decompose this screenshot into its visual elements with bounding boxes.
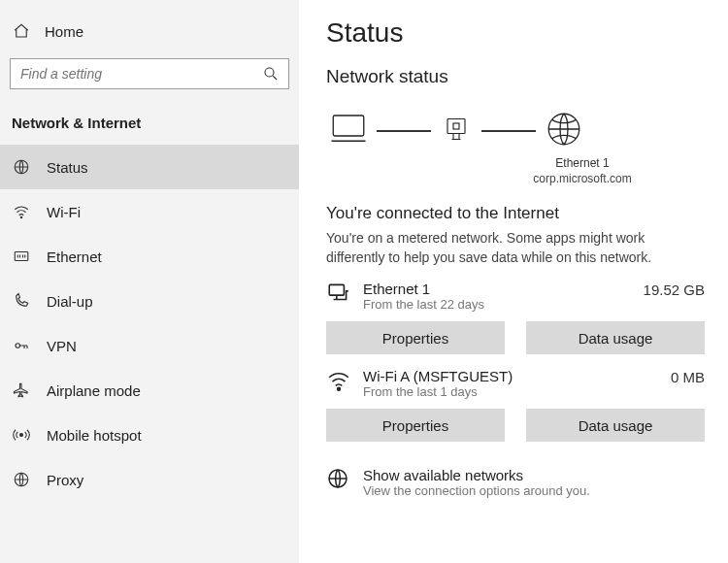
- section-heading: Network status: [326, 66, 705, 87]
- sidebar: Home Network & Internet Status: [0, 0, 299, 563]
- network-diagram: [326, 103, 705, 156]
- sidebar-item-label: Wi-Fi: [47, 204, 81, 220]
- computer-icon: [328, 109, 369, 152]
- properties-button[interactable]: Properties: [326, 321, 505, 354]
- home-label: Home: [45, 23, 83, 40]
- svg-rect-3: [15, 252, 28, 261]
- proxy-icon: [12, 470, 31, 489]
- svg-point-2: [20, 216, 22, 218]
- sidebar-item-label: Ethernet: [47, 248, 102, 265]
- dialup-icon: [12, 291, 31, 311]
- hotspot-icon: [12, 425, 31, 445]
- sidebar-section-title: Network & Internet: [0, 97, 299, 145]
- data-usage-button[interactable]: Data usage: [526, 409, 705, 442]
- connection-sub: From the last 1 days: [363, 384, 659, 399]
- sidebar-item-status[interactable]: Status: [0, 145, 299, 189]
- sidebar-nav: Status Wi-Fi Ethernet Dial-up: [0, 145, 299, 502]
- diagram-line: [481, 130, 536, 132]
- sidebar-item-label: VPN: [47, 338, 77, 354]
- sidebar-item-wifi[interactable]: Wi-Fi: [0, 189, 299, 234]
- show-available-networks[interactable]: Show available networks View the connect…: [326, 467, 705, 498]
- ethernet-icon: [12, 247, 31, 266]
- sidebar-item-dialup[interactable]: Dial-up: [0, 279, 299, 323]
- connection-usage: 0 MB: [671, 368, 705, 385]
- globe-icon: [326, 467, 349, 493]
- svg-point-4: [16, 344, 20, 348]
- globe-icon: [544, 109, 584, 152]
- connection-sub: From the last 22 days: [363, 297, 632, 312]
- svg-rect-9: [453, 123, 459, 129]
- connection-name: Ethernet 1: [363, 281, 632, 297]
- ethernet-icon: [326, 281, 351, 309]
- available-title: Show available networks: [363, 467, 590, 483]
- svg-point-0: [265, 68, 274, 77]
- properties-button[interactable]: Properties: [326, 409, 505, 442]
- connection-name: Wi-Fi A (MSFTGUEST): [363, 368, 659, 384]
- airplane-icon: [12, 381, 31, 400]
- home-link[interactable]: Home: [0, 17, 299, 52]
- main-content: Status Network status Ethernet 1 corp.mi…: [299, 0, 728, 563]
- svg-point-12: [338, 388, 341, 391]
- router-icon: [439, 112, 474, 149]
- svg-point-5: [20, 434, 23, 437]
- sidebar-item-label: Dial-up: [47, 293, 93, 310]
- sidebar-item-vpn[interactable]: VPN: [0, 323, 299, 368]
- sidebar-item-proxy[interactable]: Proxy: [0, 457, 299, 502]
- search-field[interactable]: [18, 65, 261, 83]
- diagram-line: [377, 130, 431, 132]
- available-sub: View the connection options around you.: [363, 483, 590, 498]
- svg-rect-8: [447, 119, 465, 134]
- connection-card: Ethernet 1 From the last 22 days 19.52 G…: [326, 281, 705, 354]
- diagram-connection-domain: corp.microsoft.com: [460, 172, 705, 187]
- sidebar-item-label: Status: [47, 159, 88, 176]
- connection-card: Wi-Fi A (MSFTGUEST) From the last 1 days…: [326, 368, 705, 442]
- vpn-icon: [12, 336, 31, 355]
- svg-rect-7: [333, 116, 364, 136]
- status-headline: You're connected to the Internet: [326, 204, 705, 223]
- diagram-labels: Ethernet 1 corp.microsoft.com: [460, 156, 705, 186]
- sidebar-item-airplane[interactable]: Airplane mode: [0, 368, 299, 413]
- sidebar-item-ethernet[interactable]: Ethernet: [0, 234, 299, 279]
- wifi-icon: [326, 368, 351, 396]
- sidebar-item-label: Airplane mode: [47, 382, 141, 399]
- status-description: You're on a metered network. Some apps m…: [326, 229, 685, 267]
- search-icon: [261, 64, 281, 83]
- sidebar-item-hotspot[interactable]: Mobile hotspot: [0, 413, 299, 457]
- wifi-icon: [12, 202, 31, 221]
- search-input[interactable]: [10, 58, 289, 89]
- data-usage-button[interactable]: Data usage: [526, 321, 705, 354]
- status-icon: [12, 157, 31, 177]
- page-title: Status: [326, 17, 705, 49]
- diagram-connection-name: Ethernet 1: [460, 156, 705, 172]
- sidebar-item-label: Proxy: [47, 472, 83, 488]
- home-icon: [12, 21, 31, 41]
- connection-usage: 19.52 GB: [644, 281, 705, 298]
- sidebar-item-label: Mobile hotspot: [47, 427, 142, 444]
- svg-rect-11: [329, 285, 344, 296]
